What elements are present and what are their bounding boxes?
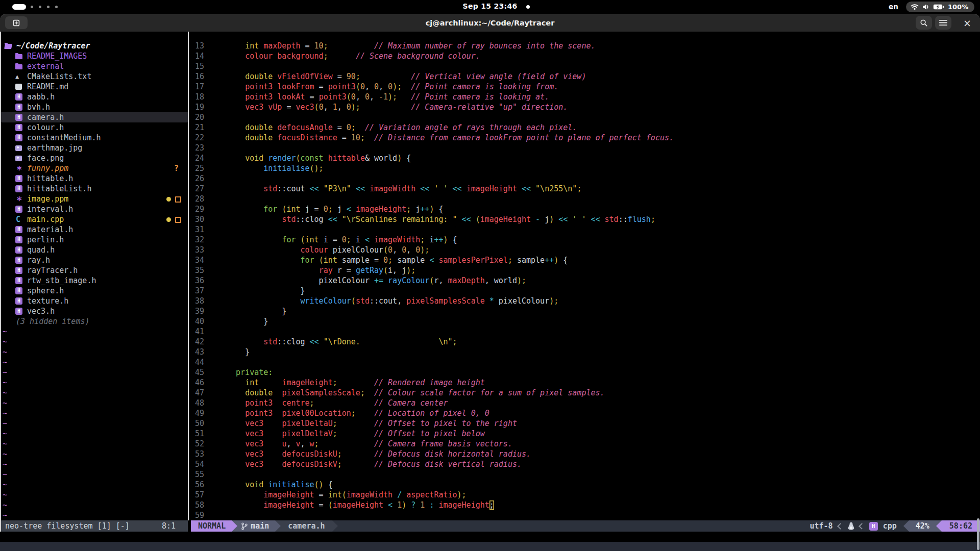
workspace-dot[interactable] bbox=[31, 6, 33, 8]
code-line-31[interactable]: 31 bbox=[189, 224, 980, 235]
line-number: 39 bbox=[189, 306, 204, 316]
workspace-dot[interactable] bbox=[55, 6, 58, 8]
tree-item-CMakeLists.txt[interactable]: CMakeLists.txt bbox=[0, 71, 188, 82]
code-line-18[interactable]: 18 point3 lookAt = point3(0, 0, -1); // … bbox=[189, 92, 980, 102]
code-line-45[interactable]: 45 private: bbox=[189, 367, 980, 378]
code-line-19[interactable]: 19 vec3 vUp = vec3(0, 1, 0); // Camera-r… bbox=[189, 102, 980, 112]
tree-item-material.h[interactable]: material.h bbox=[0, 224, 188, 235]
code-line-57[interactable]: 57 imageHeight = int(imageWidth / aspect… bbox=[189, 490, 980, 500]
tree-item-funny.ppm[interactable]: funny.ppm? bbox=[0, 163, 188, 173]
code-line-49[interactable]: 49 point3 pixel00Location; // Location o… bbox=[189, 408, 980, 418]
code-line-52[interactable]: 52 vec3 u, v, w; // Camera frame basis v… bbox=[189, 439, 980, 449]
code-line-27[interactable]: 27 std::cout << "P3\n" << imageWidth << … bbox=[189, 184, 980, 194]
header-icon bbox=[15, 265, 27, 276]
tree-item-quad.h[interactable]: quad.h bbox=[0, 245, 188, 255]
code-line-34[interactable]: 34 for (int sample = 0; sample < samples… bbox=[189, 255, 980, 265]
code-line-23[interactable]: 23 bbox=[189, 143, 980, 153]
git-square-marker bbox=[175, 196, 181, 203]
tree-item-~/Code/Raytracer[interactable]: ~/Code/Raytracer bbox=[0, 41, 188, 51]
code-line-22[interactable]: 22 double focusDistance = 10; // Distanc… bbox=[189, 133, 980, 143]
code-line-54[interactable]: 54 vec3 defocusDiskV; // Defocus disk ve… bbox=[189, 459, 980, 469]
code-line-13[interactable]: 13 int maxDepth = 10; // Maximum number … bbox=[189, 41, 980, 51]
workspace-dot[interactable] bbox=[39, 6, 41, 8]
code-line-24[interactable]: 24 void render(const hittable& world) { bbox=[189, 153, 980, 163]
code-line-32[interactable]: 32 for (int i = 0; i < imageWidth; i++) … bbox=[189, 235, 980, 245]
language-indicator[interactable]: en bbox=[889, 3, 898, 11]
header-icon bbox=[15, 173, 27, 184]
tree-item-README.md[interactable]: README.md bbox=[0, 82, 188, 92]
clock[interactable]: Sep 15 23:46 bbox=[463, 2, 518, 10]
code-line-58[interactable]: 58 imageHeight = (imageHeight < 1) ? 1 :… bbox=[189, 500, 980, 510]
code-line-35[interactable]: 35 ray r = getRay(i, j); bbox=[189, 265, 980, 276]
tree-item-image.ppm[interactable]: image.ppm bbox=[0, 194, 188, 204]
code-line-20[interactable]: 20 bbox=[189, 112, 980, 122]
tree-item-main.cpp[interactable]: main.cpp bbox=[0, 214, 188, 224]
code-line-17[interactable]: 17 point3 lookFrom = point3(0, 0, 0); //… bbox=[189, 82, 980, 92]
code-line-43[interactable]: 43 } bbox=[189, 347, 980, 357]
code-line-16[interactable]: 16 double vFieldOfView = 90; // Vertical… bbox=[189, 71, 980, 82]
system-status-pill[interactable]: 100% bbox=[906, 2, 974, 12]
tree-item-hittable.h[interactable]: hittable.h bbox=[0, 173, 188, 184]
code-line-37[interactable]: 37 } bbox=[189, 286, 980, 296]
menu-button[interactable] bbox=[935, 16, 951, 30]
code-line-55[interactable]: 55 bbox=[189, 469, 980, 480]
empty-line-tilde: ~ bbox=[0, 459, 188, 469]
tree-item-ray.h[interactable]: ray.h bbox=[0, 255, 188, 265]
tree-item-vec3.h[interactable]: vec3.h bbox=[0, 306, 188, 316]
code-line-21[interactable]: 21 double defocusAngle = 0; // Variation… bbox=[189, 122, 980, 133]
code-line-42[interactable]: 42 std::clog << "\rDone. \n"; bbox=[189, 337, 980, 347]
code-line-36[interactable]: 36 pixelColour += rayColour(r, maxDepth,… bbox=[189, 276, 980, 286]
tree-item-camera.h[interactable]: camera.h bbox=[0, 112, 188, 122]
tree-item-label: rayTracer.h bbox=[27, 265, 78, 276]
tree-item-colour.h[interactable]: colour.h bbox=[0, 122, 188, 133]
search-button[interactable] bbox=[916, 16, 932, 30]
code-line-38[interactable]: 38 writeColour(std::cout, pixelSamplesSc… bbox=[189, 296, 980, 306]
code-line-33[interactable]: 33 colour pixelColour(0, 0, 0); bbox=[189, 245, 980, 255]
code-line-40[interactable]: 40 } bbox=[189, 316, 980, 327]
empty-line-tilde: ~ bbox=[0, 449, 188, 459]
tree-item-constantMedium.h[interactable]: constantMedium.h bbox=[0, 133, 188, 143]
line-number: 43 bbox=[189, 347, 204, 357]
code-line-15[interactable]: 15 bbox=[189, 61, 980, 71]
tree-item-perlin.h[interactable]: perlin.h bbox=[0, 235, 188, 245]
window-separator[interactable] bbox=[188, 32, 189, 520]
code-line-56[interactable]: 56 void initialise() { bbox=[189, 480, 980, 490]
tree-item-earthmap.jpg[interactable]: earthmap.jpg bbox=[0, 143, 188, 153]
tree-item-aabb.h[interactable]: aabb.h bbox=[0, 92, 188, 102]
code-line-47[interactable]: 47 double pixelSamplesScale; // Colour s… bbox=[189, 388, 980, 398]
tree-item-sphere.h[interactable]: sphere.h bbox=[0, 286, 188, 296]
line-number: 51 bbox=[189, 429, 204, 439]
code-line-51[interactable]: 51 vec3 pixelDeltaV; // Offset to pixel … bbox=[189, 429, 980, 439]
command-line[interactable] bbox=[0, 532, 980, 542]
code-line-46[interactable]: 46 int imageHeight; // Rendered image he… bbox=[189, 378, 980, 388]
code-line-28[interactable]: 28 bbox=[189, 194, 980, 204]
tree-item-bvh.h[interactable]: bvh.h bbox=[0, 102, 188, 112]
header-icon bbox=[15, 255, 27, 265]
tree-item-hittableList.h[interactable]: hittableList.h bbox=[0, 184, 188, 194]
code-line-25[interactable]: 25 initialise(); bbox=[189, 163, 980, 173]
terminal-scrollbar[interactable] bbox=[977, 518, 979, 550]
tree-item-rayTracer.h[interactable]: rayTracer.h bbox=[0, 265, 188, 276]
activities-pill[interactable] bbox=[12, 4, 26, 10]
code-line-50[interactable]: 50 vec3 pixelDeltaU; // Offset to pixel … bbox=[189, 418, 980, 429]
tree-item-external[interactable]: external bbox=[0, 61, 188, 71]
code-line-39[interactable]: 39 } bbox=[189, 306, 980, 316]
empty-line-tilde: ~ bbox=[0, 510, 188, 520]
code-line-44[interactable]: 44 bbox=[189, 357, 980, 367]
code-line-30[interactable]: 30 std::clog << "\rScanlines remaining: … bbox=[189, 214, 980, 224]
code-line-48[interactable]: 48 point3 centre; // Camera center bbox=[189, 398, 980, 408]
code-line-29[interactable]: 29 for (int j = 0; j < imageHeight; j++)… bbox=[189, 204, 980, 214]
tree-item-README_IMAGES[interactable]: README_IMAGES bbox=[0, 51, 188, 61]
tree-item-texture.h[interactable]: texture.h bbox=[0, 296, 188, 306]
code-line-26[interactable]: 26 bbox=[189, 173, 980, 184]
code-line-59[interactable]: 59 bbox=[189, 510, 980, 520]
close-button[interactable]: × bbox=[960, 16, 975, 30]
workspace-dot[interactable] bbox=[47, 6, 50, 8]
menu-icon bbox=[939, 19, 947, 26]
code-line-14[interactable]: 14 colour background; // Scene backgroun… bbox=[189, 51, 980, 61]
tree-item-rtw_stb_image.h[interactable]: rtw_stb_image.h bbox=[0, 276, 188, 286]
tree-item-face.png[interactable]: face.png bbox=[0, 153, 188, 163]
tree-item-interval.h[interactable]: interval.h bbox=[0, 204, 188, 214]
code-line-53[interactable]: 53 vec3 defocusDiskU; // Defocus disk ho… bbox=[189, 449, 980, 459]
code-line-41[interactable]: 41 bbox=[189, 327, 980, 337]
